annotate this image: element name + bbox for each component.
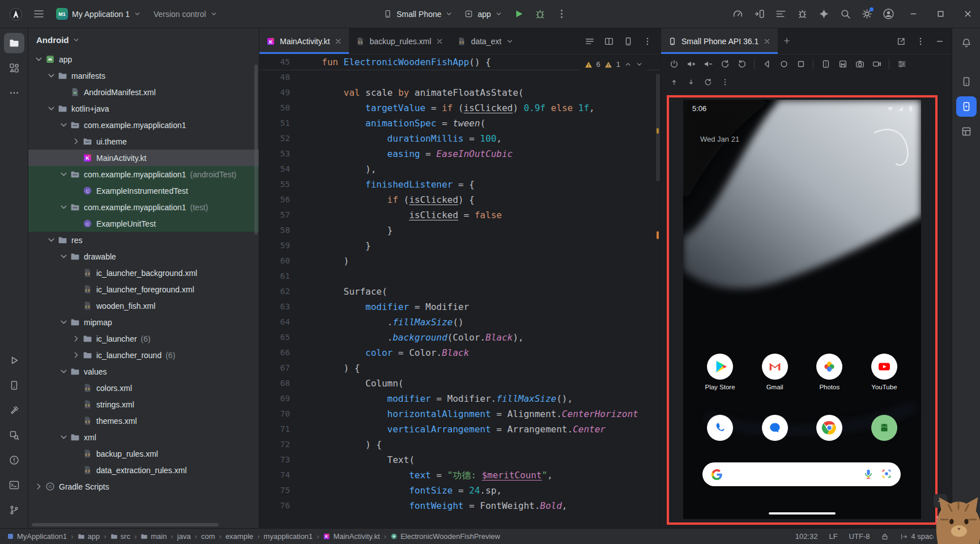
close-icon[interactable] — [763, 37, 771, 45]
line-number[interactable]: 76 — [259, 498, 296, 513]
caret-position[interactable]: 102:32 — [795, 532, 818, 541]
device-screen[interactable]: 5:06 Wed Jan 21 Play StoreGmailPhotosYou… — [683, 100, 921, 519]
breadcrumb-myapplication1[interactable]: MyApplication1 — [7, 532, 67, 541]
main-menu-button[interactable] — [28, 4, 49, 24]
line-number[interactable]: 59 — [259, 238, 296, 253]
minimize-window-button[interactable] — [901, 0, 926, 28]
preview-device-button[interactable] — [620, 33, 637, 50]
chevron-down-icon[interactable] — [506, 37, 514, 45]
file-encoding[interactable]: UTF-8 — [849, 532, 870, 541]
breadcrumb-app[interactable]: app — [78, 532, 100, 541]
lens-search-button[interactable] — [880, 468, 893, 482]
reset-button[interactable] — [700, 75, 716, 90]
device-manager-toolwindow-button[interactable] — [4, 375, 24, 396]
line-number[interactable]: 71 — [259, 422, 296, 437]
snapshot-button[interactable] — [834, 57, 851, 71]
hide-button[interactable] — [931, 33, 948, 50]
project-toolwindow-button[interactable] — [4, 33, 24, 53]
device-mirror-button[interactable] — [749, 4, 769, 24]
more-options-button[interactable] — [639, 33, 656, 50]
project-horizontal-scrollbar[interactable] — [32, 523, 219, 526]
running-devices-toolwindow-button[interactable] — [956, 96, 977, 117]
rotate-left-button[interactable] — [717, 57, 733, 71]
app-shortcut-play-store[interactable]: Play Store — [701, 354, 739, 390]
line-number[interactable]: 48 — [259, 70, 296, 85]
tree-item-xml[interactable]: xml — [28, 429, 259, 445]
power-button[interactable] — [666, 57, 682, 71]
terminal-toolwindow-button[interactable] — [4, 475, 24, 495]
line-number[interactable]: 60 — [259, 253, 296, 269]
layout-inspector-toolwindow-button[interactable] — [956, 121, 977, 142]
app-shortcut-phone-app[interactable] — [701, 415, 739, 441]
tree-item-exampleunittest[interactable]: CExampleUnitTest — [28, 215, 259, 232]
overview-button[interactable] — [792, 57, 809, 71]
tree-item-ic-launcher-round[interactable]: ic_launcher_round(6) — [28, 347, 259, 363]
line-number[interactable]: 61 — [259, 269, 296, 284]
line-number[interactable]: 45 — [259, 54, 296, 70]
add-device-tab-button[interactable] — [778, 28, 796, 53]
profiler-button[interactable] — [727, 4, 748, 24]
project-vertical-scrollbar[interactable] — [254, 65, 258, 235]
tree-item-ic-launcher-background-xml[interactable]: ic_launcher_background.xml — [28, 265, 259, 281]
next-problem-button[interactable] — [636, 61, 643, 68]
line-number[interactable]: 50 — [259, 100, 296, 116]
editor-tab-mainactivity-kt[interactable]: KMainActivity.kt — [259, 28, 349, 54]
tree-item-com-example-myapplication1[interactable]: com.example.myapplication1 — [28, 117, 259, 133]
version-control-toolwindow-button[interactable] — [4, 500, 24, 520]
line-number[interactable]: 73 — [259, 452, 296, 468]
lock-icon[interactable] — [881, 533, 889, 541]
tree-item-manifests[interactable]: manifests — [28, 67, 259, 84]
project-widget[interactable]: M1 My Application 1 — [51, 5, 146, 24]
breadcrumb-src[interactable]: src — [110, 532, 130, 541]
avatar-button[interactable] — [878, 4, 898, 24]
tree-item-androidmanifest-xml[interactable]: AndroidManifest.xml — [28, 84, 259, 100]
split-editor-button[interactable] — [600, 33, 617, 50]
device-tab[interactable]: Small Phone API 36.1 — [661, 28, 778, 54]
line-number[interactable]: 66 — [259, 345, 296, 360]
debug-button[interactable] — [530, 4, 551, 24]
app-shortcut-gmail[interactable]: Gmail — [756, 354, 794, 390]
search-button[interactable] — [835, 4, 855, 24]
device-manager-toolwindow-button[interactable] — [956, 71, 977, 92]
editor-tab-data-ext[interactable]: data_ext — [450, 28, 521, 54]
line-number[interactable]: 75 — [259, 483, 296, 498]
line-number[interactable]: 72 — [259, 437, 296, 452]
open-in-window-button[interactable] — [893, 33, 910, 50]
tree-item-gradle-scripts[interactable]: GGradle Scripts — [28, 478, 259, 495]
line-number[interactable]: 58 — [259, 223, 296, 238]
run-button[interactable] — [509, 4, 529, 24]
app-shortcut-chrome[interactable] — [811, 415, 848, 441]
tree-item-strings-xml[interactable]: strings.xml — [28, 396, 259, 413]
home-button[interactable] — [776, 57, 792, 71]
line-number[interactable]: 65 — [259, 330, 296, 345]
resource-manager-toolwindow-button[interactable] — [4, 58, 24, 78]
line-number[interactable]: 54 — [259, 162, 296, 177]
line-number[interactable]: 63 — [259, 299, 296, 314]
screenshot-button[interactable] — [851, 57, 868, 71]
swipe-down-button[interactable] — [683, 75, 699, 90]
notifications-toolwindow-button[interactable] — [956, 33, 977, 53]
more-options-button[interactable] — [912, 33, 929, 50]
editor-scrollbar[interactable] — [656, 74, 660, 181]
app-shortcut-youtube[interactable]: YouTube — [866, 354, 903, 390]
tree-item-kotlin-java[interactable]: kotlin+java — [28, 100, 259, 117]
breadcrumb-example[interactable]: example — [225, 532, 253, 541]
volume-up-button[interactable] — [683, 57, 699, 71]
line-number[interactable]: 55 — [259, 177, 296, 192]
close-window-button[interactable] — [955, 0, 980, 28]
home-indicator[interactable] — [769, 512, 836, 515]
tree-item-themes-xml[interactable]: themes.xml — [28, 413, 259, 429]
tree-item-wooden-fish-xml[interactable]: wooden_fish.xml — [28, 298, 259, 314]
editor-tab-backup-rules-xml[interactable]: backup_rules.xml — [349, 28, 450, 54]
settings-button[interactable] — [857, 4, 877, 24]
warning-stripe-mark[interactable] — [657, 231, 659, 239]
vcs-widget[interactable]: Version control — [148, 5, 223, 24]
run-configuration-selector[interactable]: app — [459, 5, 507, 24]
line-number[interactable]: 51 — [259, 116, 296, 131]
tree-item-com-example-myapplication1[interactable]: com.example.myapplication1(test) — [28, 199, 259, 215]
tree-item-ic-launcher[interactable]: ic_launcher(6) — [28, 330, 259, 347]
more-actions-button[interactable] — [552, 4, 572, 24]
bug-report-button[interactable] — [792, 4, 812, 24]
google-search-bar[interactable] — [702, 462, 901, 486]
tree-item-app[interactable]: app — [28, 51, 259, 67]
